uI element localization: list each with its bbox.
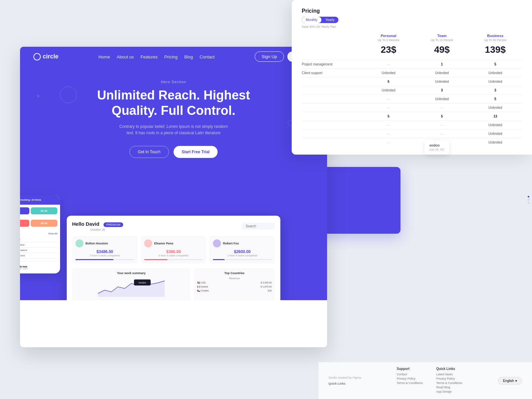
deco-circle-1 — [60, 86, 77, 103]
copyright: Studio created by Figma — [328, 376, 361, 379]
location-card: ondon nue 45, RC — [425, 140, 449, 155]
nav-contact[interactable]: Contact — [200, 54, 215, 59]
nav-home[interactable]: Home — [98, 54, 110, 59]
ql-design[interactable]: App Design — [436, 390, 462, 393]
support-contact[interactable]: Contact — [397, 373, 423, 376]
view-all[interactable]: View All — [48, 232, 57, 235]
ql-terms[interactable]: Terms & Conditions — [436, 381, 462, 385]
stat-val-4: $8.30 — [33, 222, 55, 225]
feature-row-7: --- --- Unlimited — [302, 121, 522, 129]
dashboard-charts: Your work summary Invoice Top Countries … — [72, 268, 275, 300]
footer-bar: Studio created by Figma Quick Links Supp… — [318, 362, 532, 399]
site-logo: circle — [33, 53, 58, 60]
location-detail: nue 45, RC — [429, 148, 445, 151]
team-member-2: Robert Fox $2600.00 1 from 5 tasks compl… — [210, 236, 275, 263]
logo-icon — [33, 53, 41, 60]
phone-header-text: Tracking: 24 lines — [20, 198, 56, 201]
profile-detail: 05:12 min • 2024 — [20, 268, 28, 270]
dashboard-header: Hello David PREMIUM October 26 — [72, 221, 275, 231]
pricing-toggle: Monthly Yearly — [302, 17, 338, 23]
hero-label: Hero Section — [33, 80, 314, 84]
signup-button[interactable]: Sign Up — [255, 51, 284, 62]
stat-val-3: $5.40 — [20, 222, 27, 225]
profile-name: Carry to love — [20, 265, 28, 268]
countries-chart: Top Countries Revenue 🇺🇸 USA$ 2,945.00 🇮… — [194, 268, 275, 300]
team-member-0: Bolton Houston $3486.00 3 from 5 tasks c… — [72, 236, 138, 263]
pricing-panel: Pricing Monthly Yearly Save 40% On Yearl… — [292, 0, 532, 155]
team-member-1: Eleanor Pena $390.00 3 from 5 tasks comp… — [141, 236, 206, 263]
nav-about[interactable]: About us — [117, 54, 134, 59]
get-in-touch-button[interactable]: Get In Touch — [129, 146, 169, 158]
task-item-4: Business process — [20, 253, 57, 258]
chevron-down-icon: ▾ — [515, 379, 517, 383]
hero-section: + Hero Section Unlimited Reach. Highest … — [20, 66, 327, 300]
premium-badge: PREMIUM — [103, 222, 123, 227]
hero-title: Unlimited Reach. Highest Quality. Full C… — [93, 88, 254, 118]
plan-team: Team Up To 15 Person 49$ — [415, 34, 469, 60]
yearly-toggle[interactable]: Yearly — [321, 17, 338, 23]
stat-val-1: $3.12 — [20, 209, 27, 212]
scroll-indicator — [528, 196, 529, 203]
pricing-save-text: Save 40% On Yearly Plan — [302, 25, 338, 28]
chart-svg: Invoice — [75, 277, 187, 297]
logo-text: circle — [43, 53, 58, 60]
ql-news[interactable]: Latest News — [436, 373, 462, 376]
nav-features[interactable]: Features — [141, 54, 158, 59]
stat-red: $5.40 — [20, 220, 29, 227]
svg-text:Invoice: Invoice — [139, 281, 146, 284]
scroll-dot-3 — [528, 202, 529, 203]
dashboard-date: October 26 — [72, 228, 123, 231]
feature-row-1: Client support Unlimited Unlimited Unlim… — [302, 68, 522, 77]
nav-links: Home About us Features Pricing Blog Cont… — [98, 54, 215, 60]
feature-row-3: Unlimited 3 3 — [302, 86, 522, 94]
feature-row-6: 5 5 13 — [302, 112, 522, 121]
feature-row-5: --- --- Unlimited — [302, 103, 522, 112]
nav-pricing[interactable]: Pricing — [164, 54, 178, 59]
feature-row-4: --- Unlimited 5 — [302, 94, 522, 103]
billing-toggle[interactable]: Monthly Yearly — [302, 17, 338, 23]
stat-blue: $3.12 — [20, 207, 29, 214]
progress-bar-1 — [144, 259, 168, 260]
phone-stats: $3.12 $1.4k — [20, 205, 60, 217]
phone-header: Tracking: 24 lines — [20, 195, 60, 205]
location-city: ondon — [429, 144, 445, 147]
dashboard-card: Hello David PREMIUM October 26 Bolton Ho… — [67, 216, 280, 300]
stat-green: $1.4k — [31, 207, 57, 214]
country-list: 🇺🇸 USA$ 2,945.00 🇮🇪 Ireland$ 1,875.00 🇨🇱… — [197, 281, 272, 293]
language-selector[interactable]: English ▾ — [498, 377, 522, 385]
support-terms[interactable]: Terms & Conditions — [397, 381, 423, 385]
ql-privacy[interactable]: Privacy Policy — [436, 377, 462, 380]
progress-bar-0 — [75, 259, 113, 260]
navbar: circle Home About us Features Pricing Bl… — [20, 47, 327, 66]
website-preview: circle Home About us Features Pricing Bl… — [20, 47, 327, 347]
hero-buttons: Get In Touch Start Free Trial — [33, 146, 314, 158]
dashboard-search[interactable] — [242, 223, 275, 230]
nav-blog[interactable]: Blog — [184, 54, 193, 59]
task-item-2: Meeting at 6 time — [20, 242, 57, 248]
stat-val-2: $1.4k — [33, 209, 55, 212]
ql-blog[interactable]: Read Blog — [436, 386, 462, 389]
phone-mockup: Tracking: 24 lines $3.12 $1.4k $5.40 $8.… — [20, 195, 60, 273]
footer-columns: Support Contact Privacy Policy Terms & C… — [397, 367, 462, 394]
scroll-dot-2 — [528, 199, 529, 200]
deco-plus-1: + — [37, 93, 40, 99]
line-chart: Your work summary Invoice — [72, 268, 191, 300]
greeting: Hello David — [72, 221, 99, 227]
monthly-toggle[interactable]: Monthly — [302, 17, 321, 23]
feature-row-0: Project management --- 1 5 — [302, 60, 522, 68]
quick-links-bottom: Quick Links — [328, 382, 361, 385]
dashboard-left: Hello David PREMIUM October 26 — [72, 221, 123, 231]
dashboard-mockup: Hello David PREMIUM October 26 Bolton Ho… — [47, 216, 300, 300]
task-item-1: Planning skill — [20, 237, 57, 242]
phone-profile: Carry to love 05:12 min • 2024 — [20, 261, 60, 273]
language-text: English — [503, 379, 514, 383]
quick-links-label: Quick Links — [328, 382, 345, 385]
plan-personal: Personal Up To 3 Devices 23$ — [362, 34, 415, 60]
team-cards: Bolton Houston $3486.00 3 from 5 tasks c… — [72, 236, 275, 263]
quicklinks-title: Quick Links — [436, 367, 462, 371]
stat-orange: $8.30 — [31, 220, 57, 227]
plan-business: Business Up To 50 Person 139$ — [469, 34, 522, 60]
support-privacy[interactable]: Privacy Policy — [397, 377, 423, 380]
hero-subtitle: Contrary to popular belief, Lorem Ipsum … — [117, 124, 230, 136]
start-trial-button[interactable]: Start Free Trial — [174, 146, 218, 158]
